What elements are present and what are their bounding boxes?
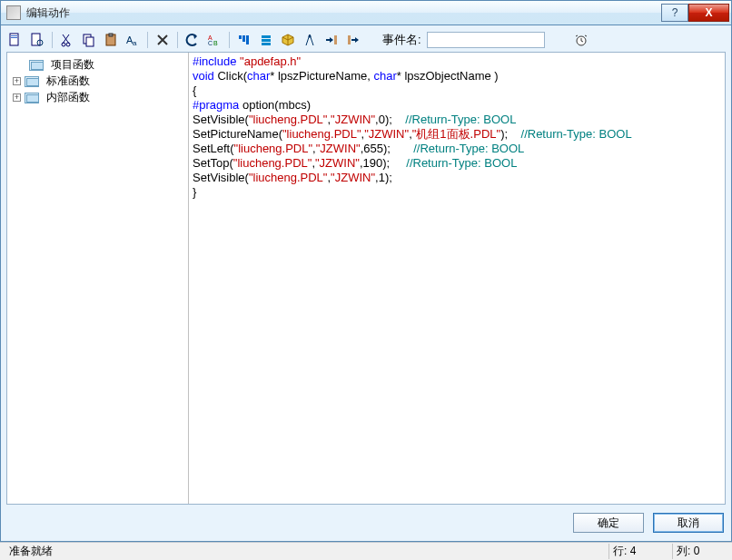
export-icon[interactable]	[344, 31, 362, 49]
cut-icon[interactable]	[58, 31, 76, 49]
tree-item[interactable]: + 内部函数	[9, 89, 186, 105]
svg-rect-17	[242, 35, 245, 42]
title-bar: 编辑动作 ? X	[0, 0, 732, 25]
folder-icon	[25, 74, 43, 87]
toolbar: Aa ABC 事件名:	[6, 28, 726, 52]
align-icon[interactable]	[235, 31, 253, 49]
clock-icon[interactable]	[572, 31, 590, 49]
event-name-label: 事件名:	[382, 32, 421, 48]
code-editor[interactable]: #include "apdefap.h" void Click(char* lp…	[189, 53, 725, 504]
svg-rect-10	[109, 34, 113, 36]
cube-icon[interactable]	[279, 31, 297, 49]
svg-rect-20	[262, 39, 271, 42]
ok-button[interactable]: 确定	[573, 513, 644, 533]
status-row: 行: 4	[608, 544, 672, 559]
import-icon[interactable]	[322, 31, 341, 49]
svg-rect-18	[246, 35, 249, 44]
status-bar: 准备就绪 行: 4 列: 0	[0, 542, 732, 560]
app-icon	[6, 5, 21, 20]
svg-point-6	[66, 43, 70, 46]
svg-rect-21	[262, 43, 271, 45]
client-area: Aa ABC 事件名: 项目函数 + 标准函数	[0, 25, 732, 542]
copy-icon[interactable]	[80, 31, 98, 49]
svg-text:C: C	[208, 40, 213, 46]
svg-rect-23	[334, 35, 337, 44]
help-button[interactable]: ?	[661, 4, 688, 22]
svg-point-22	[309, 35, 312, 38]
svg-rect-16	[239, 35, 242, 39]
font-icon[interactable]: Aa	[124, 31, 142, 49]
delete-icon[interactable]	[153, 31, 172, 49]
svg-rect-8	[86, 37, 94, 46]
expander-icon[interactable]: +	[13, 77, 21, 85]
svg-rect-2	[11, 37, 17, 38]
dialog-buttons: 确定 取消	[6, 505, 726, 535]
svg-rect-24	[348, 35, 351, 44]
tree-label: 标准函数	[46, 74, 90, 89]
svg-rect-19	[262, 35, 271, 38]
new-icon[interactable]	[6, 31, 25, 49]
svg-text:B: B	[213, 40, 218, 46]
svg-rect-1	[11, 35, 17, 36]
svg-text:a: a	[133, 39, 137, 47]
folder-icon	[29, 58, 47, 71]
svg-rect-3	[32, 34, 40, 45]
tree-item[interactable]: + 标准函数	[9, 73, 186, 89]
status-ready: 准备就绪	[5, 544, 608, 559]
stack-icon[interactable]	[257, 31, 275, 49]
cancel-button[interactable]: 取消	[653, 513, 724, 533]
window-title: 编辑动作	[26, 5, 661, 21]
tree-label: 项目函数	[51, 57, 94, 73]
tree-label: 内部函数	[46, 90, 90, 105]
close-button[interactable]: X	[688, 4, 729, 22]
editor-split: 项目函数 + 标准函数 + 内部函数 #include "apdefap.h" …	[6, 52, 726, 505]
tree-item[interactable]: 项目函数	[9, 56, 186, 73]
undo-icon[interactable]	[183, 31, 202, 49]
function-tree[interactable]: 项目函数 + 标准函数 + 内部函数	[7, 53, 189, 504]
svg-point-5	[62, 43, 65, 46]
compass-icon[interactable]	[301, 31, 319, 49]
event-name-input[interactable]	[427, 32, 545, 48]
folder-icon	[25, 91, 43, 103]
expander-icon[interactable]: +	[13, 93, 21, 102]
paste-icon[interactable]	[102, 31, 120, 49]
open-icon[interactable]	[28, 31, 46, 49]
status-col: 列: 0	[672, 544, 727, 559]
svg-rect-0	[10, 34, 18, 45]
replace-icon[interactable]: ABC	[205, 31, 223, 49]
